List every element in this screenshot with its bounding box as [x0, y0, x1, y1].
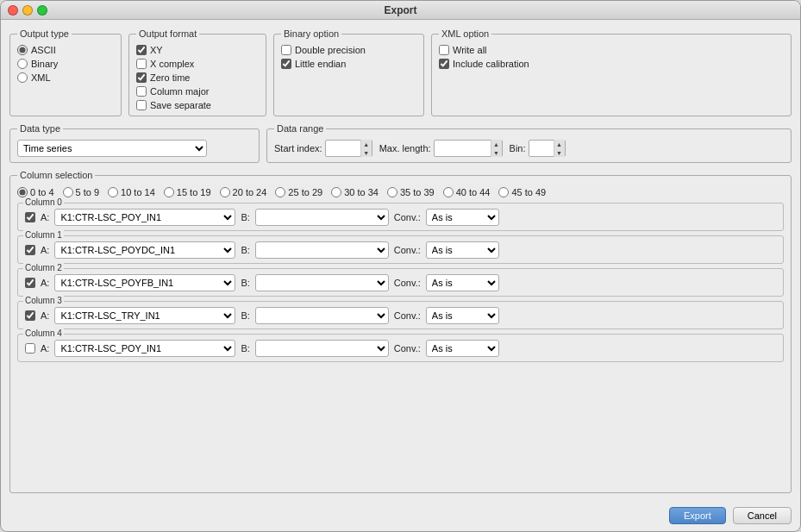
col0-conv-label: Conv.:: [394, 212, 421, 222]
export-window: Export Output type ASCII Binary: [0, 0, 801, 532]
col1-conv-select[interactable]: As is: [426, 241, 499, 259]
col4-b-select[interactable]: [255, 340, 389, 357]
col2-conv-label: Conv.:: [394, 278, 421, 288]
xml-option-legend: XML option: [439, 28, 491, 39]
bin-group: Bin: 1 ▲ ▼: [510, 140, 566, 157]
close-button[interactable]: [8, 5, 18, 16]
range-30-radio[interactable]: [331, 187, 341, 197]
col1-b-select[interactable]: [255, 241, 389, 259]
column-2-box: Column 2 A: K1:CTR-LSC_POYFB_IN1 B: Conv…: [17, 268, 784, 297]
include-calibration: Include calibration: [439, 59, 784, 69]
data-row: Data type Time series Spectrum Other Dat…: [9, 123, 792, 163]
little-endian: Little endian: [281, 59, 416, 69]
calibration-checkbox[interactable]: [439, 59, 449, 69]
writeall-checkbox[interactable]: [439, 45, 449, 55]
writeall-label: Write all: [453, 45, 487, 55]
col1-enable[interactable]: [25, 245, 35, 255]
col4-enable[interactable]: [25, 343, 35, 354]
col2-b-select[interactable]: [255, 274, 389, 291]
max-length-spinbox[interactable]: 1000000 ▲ ▼: [434, 140, 503, 157]
xcomplex-label: X complex: [150, 59, 194, 69]
col4-a-select[interactable]: K1:CTR-LSC_POY_IN1: [54, 340, 235, 357]
col2-a-select[interactable]: K1:CTR-LSC_POYFB_IN1: [54, 274, 235, 291]
column-1-row: A: K1:CTR-LSC_POYDC_IN1 B: Conv.: As is: [25, 241, 776, 259]
start-index-up[interactable]: ▲: [361, 140, 372, 148]
zerotime-checkbox[interactable]: [136, 72, 147, 83]
binary-option-group: Double precision Little endian: [281, 45, 416, 69]
calibration-label: Include calibration: [453, 59, 529, 69]
data-type-select[interactable]: Time series Spectrum Other: [17, 140, 207, 157]
range-45-radio[interactable]: [498, 187, 509, 197]
column-range-row: 0 to 4 5 to 9 10 to 14 15 to 19 20 to 24: [17, 187, 784, 197]
xcomplex-checkbox[interactable]: [136, 59, 147, 69]
output-type-legend: Output type: [17, 28, 72, 39]
start-index-down[interactable]: ▼: [361, 148, 372, 157]
maximize-button[interactable]: [37, 5, 47, 16]
col4-conv-select[interactable]: As is: [426, 340, 499, 357]
column-2-row: A: K1:CTR-LSC_POYFB_IN1 B: Conv.: As is: [25, 274, 776, 291]
column-selection-fieldset: Column selection 0 to 4 5 to 9 10 to 14: [9, 170, 792, 493]
start-index-spinbox[interactable]: 0 ▲ ▼: [325, 140, 372, 157]
double-label: Double precision: [295, 45, 366, 55]
col3-conv-select[interactable]: As is: [426, 307, 499, 324]
output-type-xml: XML: [17, 72, 114, 83]
xy-label: XY: [150, 45, 163, 55]
bin-spinbox-btns: ▲ ▼: [554, 140, 565, 157]
col0-b-select[interactable]: [255, 209, 389, 226]
column-2-legend: Column 2: [23, 263, 64, 272]
range-15: 15 to 19: [164, 187, 211, 197]
bin-up[interactable]: ▲: [554, 140, 565, 148]
col3-enable[interactable]: [25, 310, 35, 321]
double-checkbox[interactable]: [281, 45, 291, 55]
xy-checkbox[interactable]: [136, 45, 147, 55]
col2-enable[interactable]: [25, 278, 35, 288]
colmajor-label: Column major: [150, 86, 209, 97]
range-0-radio[interactable]: [17, 187, 28, 197]
range-10: 10 to 14: [108, 187, 155, 197]
range-40: 40 to 44: [443, 187, 491, 197]
data-type-fieldset: Data type Time series Spectrum Other: [9, 123, 260, 163]
column-3-box: Column 3 A: K1:CTR-LSC_TRY_IN1 B: Conv.:: [17, 301, 784, 329]
range-15-radio[interactable]: [164, 187, 174, 197]
column-0-legend: Column 0: [23, 197, 64, 207]
range-40-radio[interactable]: [443, 187, 454, 197]
colmajor-checkbox[interactable]: [136, 86, 147, 97]
col0-conv-select[interactable]: As is: [426, 209, 499, 226]
binary-option-fieldset: Binary option Double precision Little en…: [273, 28, 424, 116]
xml-radio[interactable]: [17, 72, 28, 83]
start-index-input[interactable]: 0: [326, 143, 360, 153]
range-25-radio[interactable]: [275, 187, 285, 197]
col3-a-label: A:: [41, 310, 49, 321]
range-35-radio[interactable]: [387, 187, 397, 197]
range-10-radio[interactable]: [108, 187, 118, 197]
col2-conv-select[interactable]: As is: [426, 274, 499, 291]
max-length-input[interactable]: 1000000: [435, 143, 491, 153]
range-45-label: 45 to 49: [511, 187, 546, 197]
col3-b-select[interactable]: [255, 307, 389, 324]
bin-spinbox[interactable]: 1 ▲ ▼: [529, 140, 566, 157]
range-20-radio[interactable]: [220, 187, 230, 197]
col3-a-select[interactable]: K1:CTR-LSC_TRY_IN1: [54, 307, 235, 324]
range-35-label: 35 to 39: [400, 187, 435, 197]
range-5-radio[interactable]: [63, 187, 73, 197]
col0-enable[interactable]: [25, 212, 35, 222]
col1-conv-label: Conv.:: [394, 245, 421, 255]
minimize-button[interactable]: [22, 5, 33, 16]
binary-radio[interactable]: [17, 59, 28, 69]
start-index-group: Start index: 0 ▲ ▼: [274, 140, 372, 157]
bin-down[interactable]: ▼: [554, 148, 565, 157]
ascii-radio[interactable]: [17, 45, 28, 55]
max-length-down[interactable]: ▼: [491, 148, 502, 157]
columns-container: Column 0 A: K1:CTR-LSC_POY_IN1 B: Conv.:: [17, 203, 784, 362]
col0-a-select[interactable]: K1:CTR-LSC_POY_IN1: [54, 209, 235, 226]
col1-b-label: B:: [241, 245, 249, 255]
endian-checkbox[interactable]: [281, 59, 291, 69]
savesep-checkbox[interactable]: [136, 100, 147, 110]
col1-a-select[interactable]: K1:CTR-LSC_POYDC_IN1: [54, 241, 235, 259]
bin-label: Bin:: [510, 143, 526, 153]
max-length-up[interactable]: ▲: [491, 140, 502, 148]
cancel-button[interactable]: Cancel: [733, 507, 792, 524]
export-button[interactable]: Export: [669, 507, 726, 524]
bin-input[interactable]: 1: [529, 143, 554, 153]
col2-b-label: B:: [241, 278, 249, 288]
